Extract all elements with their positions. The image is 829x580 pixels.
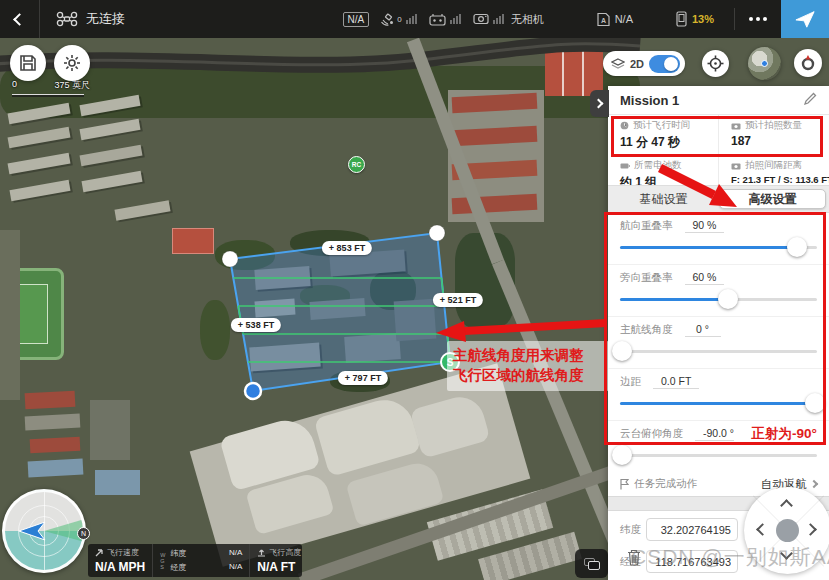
satellite-icon [379,12,395,26]
camera-status: 无相机 [511,12,544,27]
compass-reset-button[interactable] [794,49,822,77]
remote-controller-icon [429,13,446,26]
trash-icon [627,549,641,566]
telemetry-speed: 飞行速度 N/A MPH [88,544,153,577]
mission-header: Mission 1 [608,86,829,115]
telemetry-coords: WGS 纬度N/A 经度N/A [153,544,250,577]
takeoff-button[interactable] [781,0,829,38]
tab-basic-settings[interactable]: 基础设置 [611,189,716,209]
delete-mission-button[interactable] [627,549,641,570]
airplane-icon [794,9,816,29]
edge-length-left: + 538 FT [231,318,281,332]
setting-side-overlap: 旁向重叠率60 % [608,265,829,317]
view-2d-label: 2D [630,58,644,70]
save-mission-button[interactable] [10,45,46,81]
map-layer-button[interactable] [575,549,608,578]
altitude-icon [257,548,266,557]
telemetry-bar: 飞行速度 N/A MPH WGS 纬度N/A 经度N/A 飞行高度 N/A FT [88,544,302,577]
side-overlap-value[interactable]: 60 % [685,271,725,285]
camera-feed-icon [473,13,489,25]
edge-length-top: + 853 FT [322,241,372,255]
top-status-bar: 无连接 N/A 0 无相机 A N/A [0,0,829,38]
gear-icon [62,53,82,73]
back-button[interactable] [0,0,40,38]
back-chevron-icon [13,13,26,26]
drone-icon [56,11,78,27]
connection-status: 无连接 [86,10,125,28]
chevron-right-icon [810,480,818,488]
stat-batteries: 所需电池数 约 1 组 [608,155,718,185]
edge-length-bottom: + 797 FT [338,371,388,385]
battery-phone-icon [675,11,688,27]
margin-slider[interactable] [620,393,817,413]
more-menu-button[interactable] [749,17,767,21]
course-angle-value[interactable]: 0 ° [685,323,721,337]
gps-status: 0 [379,12,418,26]
stat-photo-count: 预计拍照数量 187 [718,115,829,155]
rc-signal-bars-icon [450,14,461,24]
topbar-divider [734,8,735,30]
scale-start: 0 [12,79,17,92]
minimap-location-dot [761,60,768,67]
course-overlap-value[interactable]: 90 % [685,219,725,233]
panel-collapse-tab[interactable] [590,90,609,117]
camera-signal-bars-icon [493,14,504,24]
flag-icon [620,479,629,490]
margin-value[interactable]: 0.0 FT [653,375,699,389]
position-dpad[interactable] [744,487,829,574]
map-scale-bar: 0375 英尺 [12,79,90,97]
status-na-badge: N/A [343,12,370,27]
setting-gimbal-pitch: 云台俯仰角度-90.0 °正射为-90° [608,421,829,472]
gimbal-pitch-value[interactable]: -90.0 ° [695,427,734,441]
clock-icon [620,121,629,130]
nudge-left-icon[interactable] [756,523,769,536]
settings-button[interactable] [54,45,90,81]
crosshair-icon [707,55,724,72]
locate-button[interactable] [702,50,729,77]
course-angle-slider[interactable] [620,341,817,361]
aircraft-arrow-icon [19,522,45,540]
latitude-input[interactable] [646,518,738,541]
dpad-center-button[interactable] [776,519,799,542]
save-icon [19,54,37,72]
layers-switch-icon [584,558,600,570]
gimbal-annotation: 正射为-90° [752,425,817,443]
flight-mode-icon: A [596,12,611,27]
minimap-button[interactable] [748,47,781,80]
svg-text:A: A [601,17,606,24]
2d-3d-toggle[interactable] [649,55,680,73]
mission-title: Mission 1 [620,93,679,108]
nudge-up-icon[interactable] [780,499,793,512]
setting-course-overlap: 航向重叠率90 % [608,213,829,265]
settings-tabs: 基础设置 高级设置 [608,185,829,213]
gps-signal-bars-icon [406,14,417,24]
compass-icon [799,54,817,72]
nudge-down-icon[interactable] [780,547,793,560]
layers-icon [611,58,625,70]
stat-photo-interval: 拍照间隔距离 F: 21.3 FT / S: 113.6 FT [718,155,829,185]
rc-home-marker: RC [348,156,365,173]
speed-arrow-icon [95,548,104,557]
telemetry-altitude: 飞行高度 N/A FT [250,544,308,577]
app-window: S + 853 FT + 521 FT + 538 FT + 797 FT RC… [0,0,829,580]
satellite-count: 0 [397,15,401,24]
gimbal-pitch-slider[interactable] [620,445,817,465]
course-overlap-slider[interactable] [620,237,817,257]
side-overlap-slider[interactable] [620,289,817,309]
mission-stats: 预计飞行时间 11 分 47 秒 预计拍照数量 187 所需电池数 约 1 组 … [608,115,829,185]
attitude-compass[interactable] [2,489,86,573]
stat-flight-time: 预计飞行时间 11 分 47 秒 [608,115,718,155]
setting-margin: 边距0.0 FT [608,369,829,421]
interval-camera-icon [731,162,741,170]
tab-advanced-settings[interactable]: 高级设置 [719,189,826,209]
nudge-right-icon[interactable] [804,523,817,536]
camera-signal: 无相机 [473,12,544,27]
edit-mission-button[interactable] [804,91,817,109]
map-view-pill: 2D [603,51,685,76]
rc-status [429,13,463,26]
camera-icon [731,122,741,130]
longitude-input[interactable] [646,550,738,573]
battery-status: 13% [675,11,714,27]
pencil-icon [804,92,817,105]
battery-icon [620,162,630,170]
